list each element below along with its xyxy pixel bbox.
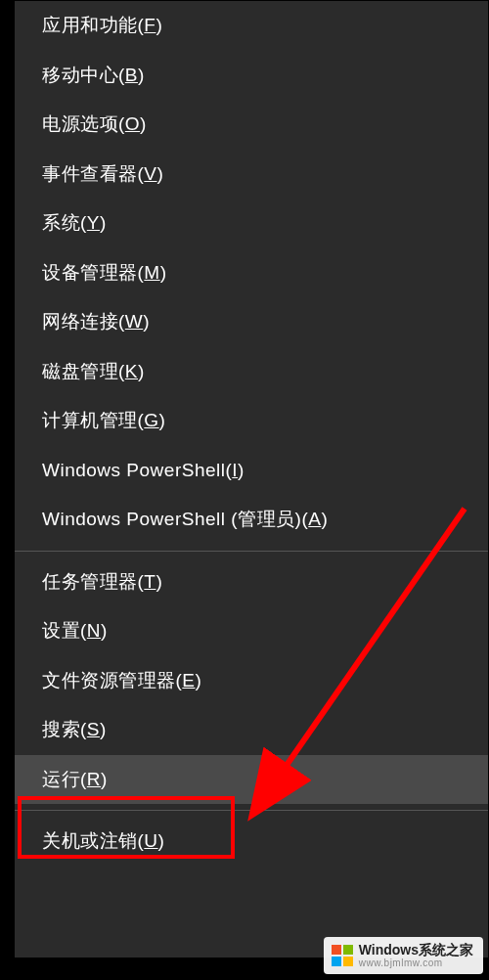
- menu-item-label: 网络连接(W): [42, 309, 150, 334]
- menu-item-search[interactable]: 搜索(S): [15, 705, 488, 755]
- menu-separator: [15, 810, 488, 811]
- menu-item-label: 文件资源管理器(E): [42, 668, 201, 693]
- menu-item-event-viewer[interactable]: 事件查看器(V): [15, 150, 488, 200]
- menu-item-label: 计算机管理(G): [42, 408, 165, 433]
- menu-item-label: Windows PowerShell (管理员)(A): [42, 507, 328, 532]
- menu-item-label: 运行(R): [42, 767, 108, 792]
- menu-item-mobility-center[interactable]: 移动中心(B): [15, 51, 488, 101]
- menu-item-label: 任务管理器(T): [42, 569, 162, 595]
- menu-item-device-manager[interactable]: 设备管理器(M): [15, 248, 488, 298]
- menu-item-powershell-admin[interactable]: Windows PowerShell (管理员)(A): [15, 495, 488, 545]
- menu-item-label: 系统(Y): [42, 210, 107, 236]
- menu-item-apps-features[interactable]: 应用和功能(F): [15, 1, 488, 51]
- menu-item-label: 事件查看器(V): [42, 161, 163, 187]
- menu-item-computer-management[interactable]: 计算机管理(G): [15, 396, 488, 446]
- menu-item-file-explorer[interactable]: 文件资源管理器(E): [15, 656, 488, 706]
- menu-separator: [15, 551, 488, 552]
- menu-item-shutdown-signout[interactable]: 关机或注销(U): [15, 817, 488, 867]
- menu-item-label: 设置(N): [42, 618, 108, 644]
- menu-item-run[interactable]: 运行(R): [15, 755, 488, 805]
- menu-item-settings[interactable]: 设置(N): [15, 606, 488, 656]
- menu-item-disk-management[interactable]: 磁盘管理(K): [15, 347, 488, 397]
- menu-item-label: 应用和功能(F): [42, 13, 162, 38]
- menu-item-label: 磁盘管理(K): [42, 359, 145, 384]
- windows-logo-icon: [332, 945, 353, 966]
- menu-item-label: 关机或注销(U): [42, 828, 164, 854]
- menu-item-system[interactable]: 系统(Y): [15, 199, 488, 248]
- menu-item-label: 设备管理器(M): [42, 260, 166, 286]
- watermark: Windows系统之家 www.bjmlmw.com: [324, 937, 483, 974]
- menu-item-task-manager[interactable]: 任务管理器(T): [15, 557, 488, 607]
- menu-item-network-connections[interactable]: 网络连接(W): [15, 297, 488, 347]
- menu-item-power-options[interactable]: 电源选项(O): [15, 100, 488, 150]
- menu-item-label: 移动中心(B): [42, 63, 145, 88]
- menu-item-label: 电源选项(O): [42, 111, 147, 137]
- watermark-title: Windows系统之家: [359, 943, 473, 958]
- menu-item-label: Windows PowerShell(I): [42, 460, 244, 481]
- winx-menu: 应用和功能(F)移动中心(B)电源选项(O)事件查看器(V)系统(Y)设备管理器…: [14, 0, 489, 958]
- menu-item-powershell[interactable]: Windows PowerShell(I): [15, 446, 488, 496]
- watermark-url: www.bjmlmw.com: [359, 958, 473, 968]
- menu-item-label: 搜索(S): [42, 717, 107, 742]
